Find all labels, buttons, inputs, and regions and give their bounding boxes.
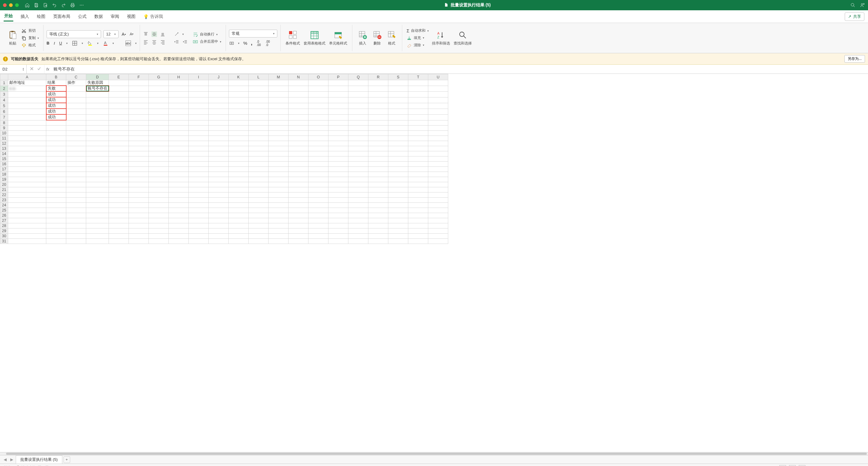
currency-icon[interactable] (229, 40, 235, 46)
decrease-font-icon[interactable]: A▾ (129, 31, 134, 37)
cell-C26[interactable] (66, 213, 86, 218)
cell-L4[interactable] (249, 97, 269, 103)
cell-L5[interactable] (249, 103, 269, 109)
cell-D2[interactable]: 账号不存在 (86, 86, 109, 91)
cell-D8[interactable] (86, 120, 109, 125)
phonetic-icon[interactable]: abc (125, 40, 131, 46)
cell-J26[interactable] (209, 213, 229, 218)
cell-C3[interactable] (66, 91, 86, 97)
cell-Q7[interactable] (348, 114, 368, 120)
column-header-C[interactable]: C (66, 74, 86, 80)
cell-A8[interactable] (8, 120, 46, 125)
cell-K8[interactable] (229, 120, 249, 125)
cell-B5[interactable]: 成功 (46, 103, 66, 109)
cell-O5[interactable] (309, 103, 329, 109)
cell-L3[interactable] (249, 91, 269, 97)
cell-I25[interactable] (189, 208, 209, 213)
cell-E11[interactable] (109, 136, 129, 141)
cell-P29[interactable] (329, 228, 348, 233)
cell-B24[interactable] (46, 202, 66, 208)
cell-E17[interactable] (109, 167, 129, 172)
cell-J24[interactable] (209, 202, 229, 208)
cell-L28[interactable] (249, 223, 269, 228)
cell-P4[interactable] (329, 97, 348, 103)
column-header-U[interactable]: U (428, 74, 448, 80)
cell-T24[interactable] (408, 202, 428, 208)
cell-N9[interactable] (288, 125, 309, 130)
cell-J17[interactable] (209, 167, 229, 172)
cell-C20[interactable] (66, 182, 86, 187)
cell-I12[interactable] (189, 141, 209, 146)
cell-C4[interactable] (66, 97, 86, 103)
cell-J7[interactable] (209, 114, 229, 120)
cell-B15[interactable] (46, 156, 66, 161)
cell-S29[interactable] (388, 228, 408, 233)
cell-J28[interactable] (209, 223, 229, 228)
cell-K20[interactable] (229, 182, 249, 187)
spreadsheet-grid[interactable]: ABCDEFGHIJKLMNOPQRSTU1邮件地址结果操作失败原因2b in失… (0, 74, 868, 452)
cell-Q14[interactable] (348, 151, 368, 156)
cell-T19[interactable] (408, 177, 428, 182)
cell-B14[interactable] (46, 151, 66, 156)
cell-K21[interactable] (229, 187, 249, 192)
cell-Q28[interactable] (348, 223, 368, 228)
cell-S2[interactable] (388, 86, 408, 91)
cell-H3[interactable] (169, 91, 189, 97)
cell-A25[interactable] (8, 208, 46, 213)
cell-N23[interactable] (288, 197, 309, 202)
cell-L1[interactable] (249, 80, 269, 86)
row-header-5[interactable]: 5 (0, 103, 8, 109)
cell-G24[interactable] (149, 202, 169, 208)
cell-L25[interactable] (249, 208, 269, 213)
row-header-31[interactable]: 31 (0, 238, 8, 243)
cell-U30[interactable] (428, 233, 448, 238)
conditional-formatting-button[interactable]: 条件格式 (284, 25, 302, 51)
cell-H1[interactable] (169, 80, 189, 86)
cell-U25[interactable] (428, 208, 448, 213)
column-header-G[interactable]: G (149, 74, 169, 80)
cell-S11[interactable] (388, 136, 408, 141)
cell-T10[interactable] (408, 130, 428, 136)
cell-K29[interactable] (229, 228, 249, 233)
cell-F30[interactable] (129, 233, 149, 238)
cell-I14[interactable] (189, 151, 209, 156)
cell-L27[interactable] (249, 218, 269, 223)
chevron-down-icon[interactable]: ▾ (135, 42, 137, 45)
cell-F15[interactable] (129, 156, 149, 161)
cell-J13[interactable] (209, 146, 229, 151)
cell-T22[interactable] (408, 192, 428, 197)
cell-N10[interactable] (288, 130, 309, 136)
cell-M29[interactable] (269, 228, 288, 233)
cell-U15[interactable] (428, 156, 448, 161)
cell-A28[interactable] (8, 223, 46, 228)
cell-U24[interactable] (428, 202, 448, 208)
cell-H24[interactable] (169, 202, 189, 208)
cell-styles-button[interactable]: 单元格样式 (327, 25, 349, 51)
cell-Q2[interactable] (348, 86, 368, 91)
cell-C6[interactable] (66, 109, 86, 114)
cell-Q27[interactable] (348, 218, 368, 223)
cell-Q19[interactable] (348, 177, 368, 182)
font-size-select[interactable]: 12▾ (103, 30, 119, 38)
wrap-text-button[interactable]: 自动换行▾ (193, 32, 221, 37)
cell-R16[interactable] (368, 161, 388, 167)
cell-C24[interactable] (66, 202, 86, 208)
cell-T7[interactable] (408, 114, 428, 120)
cell-Q25[interactable] (348, 208, 368, 213)
cell-L2[interactable] (249, 86, 269, 91)
cell-G12[interactable] (149, 141, 169, 146)
sheet-tab[interactable]: 批量设置执行结果 (5) (16, 456, 62, 464)
cell-G10[interactable] (149, 130, 169, 136)
cut-button[interactable]: 剪切 (21, 28, 39, 34)
cell-O17[interactable] (309, 167, 329, 172)
cell-I28[interactable] (189, 223, 209, 228)
cell-J18[interactable] (209, 172, 229, 177)
cell-G5[interactable] (149, 103, 169, 109)
cell-T17[interactable] (408, 167, 428, 172)
cell-S28[interactable] (388, 223, 408, 228)
cell-C25[interactable] (66, 208, 86, 213)
cell-D19[interactable] (86, 177, 109, 182)
cell-J2[interactable] (209, 86, 229, 91)
cell-M1[interactable] (269, 80, 288, 86)
cell-F6[interactable] (129, 109, 149, 114)
